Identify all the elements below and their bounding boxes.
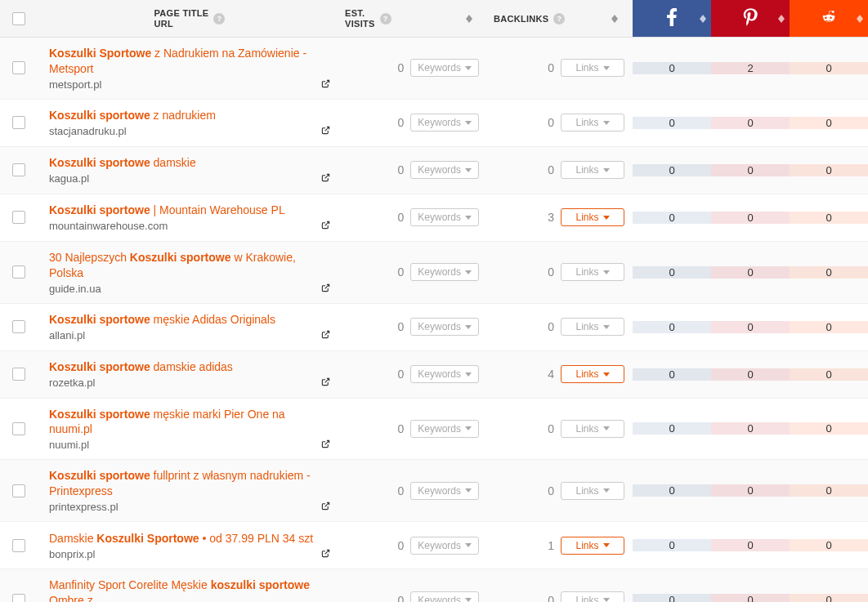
page-title-link[interactable]: Koszulki sportowe męskie Adidas Original… bbox=[49, 312, 330, 328]
header-pinterest[interactable] bbox=[711, 0, 790, 37]
row-checkbox[interactable] bbox=[12, 484, 25, 497]
page-title-link[interactable]: Koszulki sportowe damskie bbox=[49, 155, 330, 171]
facebook-value: 0 bbox=[633, 266, 711, 279]
row-checkbox[interactable] bbox=[12, 594, 25, 602]
keywords-button[interactable]: Keywords bbox=[410, 318, 479, 336]
header-est-visits[interactable]: EST. VISITS ? bbox=[338, 0, 487, 37]
links-button[interactable]: Links bbox=[561, 161, 624, 179]
row-checkbox[interactable] bbox=[12, 422, 25, 435]
links-button[interactable]: Links bbox=[561, 537, 624, 555]
backlinks-cell: 0Links bbox=[487, 161, 633, 179]
keywords-button[interactable]: Keywords bbox=[410, 263, 479, 281]
backlinks-cell: 3Links bbox=[487, 208, 633, 226]
title-highlight: Koszulki sportowe bbox=[49, 156, 150, 169]
sort-arrows-icon[interactable] bbox=[466, 15, 472, 23]
help-icon[interactable]: ? bbox=[213, 13, 225, 25]
links-button[interactable]: Links bbox=[561, 420, 624, 438]
title-post: męskie Adidas Originals bbox=[150, 313, 275, 326]
links-button[interactable]: Links bbox=[561, 591, 624, 602]
select-all-checkbox[interactable] bbox=[12, 12, 25, 25]
reddit-value: 0 bbox=[790, 212, 868, 224]
help-icon[interactable]: ? bbox=[380, 13, 391, 25]
header-page-title[interactable]: PAGE TITLE URL ? bbox=[38, 0, 338, 37]
title-highlight: Koszulki sportowe bbox=[49, 360, 150, 373]
external-link-icon[interactable] bbox=[321, 501, 330, 513]
page-title-link[interactable]: Koszulki sportowe z nadrukiem bbox=[49, 108, 330, 123]
keywords-button[interactable]: Keywords bbox=[410, 114, 479, 132]
links-button[interactable]: Links bbox=[561, 263, 624, 281]
backlinks-value: 0 bbox=[541, 422, 554, 435]
page-title-cell: Koszulki sportowe męskie Adidas Original… bbox=[38, 304, 338, 350]
external-link-icon[interactable] bbox=[321, 548, 330, 560]
external-link-icon[interactable] bbox=[321, 125, 330, 137]
links-button[interactable]: Links bbox=[561, 114, 624, 132]
row-checkbox[interactable] bbox=[12, 116, 25, 129]
header-est-label-1: EST. bbox=[345, 8, 375, 18]
reddit-value: 0 bbox=[790, 62, 868, 74]
page-title-link[interactable]: 30 Najlepszych Koszulki sportowe w Krako… bbox=[49, 250, 330, 281]
links-button[interactable]: Links bbox=[561, 318, 624, 336]
external-link-icon[interactable] bbox=[321, 329, 330, 341]
keywords-button[interactable]: Keywords bbox=[410, 59, 479, 77]
keywords-button[interactable]: Keywords bbox=[410, 161, 479, 179]
page-title-link[interactable]: Manfinity Sport Corelite Męskie koszulki… bbox=[49, 577, 330, 602]
page-title-cell: Koszulki sportowe fullprint z własnym na… bbox=[38, 460, 338, 521]
page-title-link[interactable]: Damskie Koszulki Sportowe • od 37.99 PLN… bbox=[49, 531, 330, 546]
links-button[interactable]: Links bbox=[561, 59, 624, 77]
visits-value: 0 bbox=[391, 484, 404, 497]
visits-value: 0 bbox=[391, 320, 404, 333]
external-link-icon[interactable] bbox=[321, 220, 330, 232]
external-link-icon[interactable] bbox=[321, 172, 330, 185]
pinterest-value: 0 bbox=[711, 594, 790, 602]
links-button[interactable]: Links bbox=[561, 365, 624, 383]
keywords-button[interactable]: Keywords bbox=[410, 482, 479, 500]
links-button[interactable]: Links bbox=[561, 482, 624, 500]
table-header: PAGE TITLE URL ? EST. VISITS ? BACKLINKS… bbox=[0, 0, 868, 38]
url-text: nuumi.pl bbox=[49, 439, 89, 451]
reddit-value: 0 bbox=[790, 164, 868, 176]
page-title-cell: Koszulki Sportowe z Nadrukiem na Zamówie… bbox=[38, 38, 338, 99]
row-checkbox[interactable] bbox=[12, 211, 25, 224]
links-button[interactable]: Links bbox=[561, 208, 624, 226]
sort-arrows-icon[interactable] bbox=[778, 15, 785, 23]
keywords-button[interactable]: Keywords bbox=[410, 420, 479, 438]
keywords-button[interactable]: Keywords bbox=[410, 365, 479, 383]
page-title-link[interactable]: Koszulki sportowe męskie marki Pier One … bbox=[49, 407, 330, 438]
row-checkbox[interactable] bbox=[12, 61, 25, 74]
external-link-icon[interactable] bbox=[321, 377, 330, 389]
title-post: damskie bbox=[150, 156, 196, 169]
help-icon[interactable]: ? bbox=[553, 13, 565, 25]
header-facebook[interactable] bbox=[633, 0, 711, 37]
page-title-link[interactable]: Koszulki Sportowe z Nadrukiem na Zamówie… bbox=[49, 46, 330, 77]
page-title-link[interactable]: Koszulki sportowe damskie adidas bbox=[49, 359, 330, 375]
page-title-link[interactable]: Koszulki sportowe | Mountain Warehouse P… bbox=[49, 203, 330, 218]
sort-arrows-icon[interactable] bbox=[700, 15, 706, 23]
sort-arrows-icon[interactable] bbox=[857, 15, 863, 23]
page-title-link[interactable]: Koszulki sportowe fullprint z własnym na… bbox=[49, 468, 330, 499]
reddit-icon bbox=[820, 9, 838, 28]
external-link-icon[interactable] bbox=[321, 439, 330, 451]
external-link-icon[interactable] bbox=[321, 78, 330, 91]
row-checkbox[interactable] bbox=[12, 539, 25, 552]
backlinks-value: 0 bbox=[541, 484, 554, 497]
keywords-button[interactable]: Keywords bbox=[410, 208, 479, 226]
header-backlinks[interactable]: BACKLINKS ? bbox=[487, 0, 633, 37]
visits-cell: 0Keywords bbox=[338, 263, 487, 281]
row-checkbox[interactable] bbox=[12, 265, 25, 279]
table-row: Koszulki sportowe męskie Adidas Original… bbox=[0, 304, 868, 351]
page-title-cell: Koszulki sportowe męskie marki Pier One … bbox=[38, 399, 338, 460]
row-checkbox[interactable] bbox=[12, 320, 25, 333]
reddit-value: 0 bbox=[790, 422, 868, 435]
facebook-value: 0 bbox=[633, 117, 711, 129]
keywords-button[interactable]: Keywords bbox=[410, 537, 479, 555]
external-link-icon[interactable] bbox=[321, 283, 330, 295]
header-reddit[interactable] bbox=[790, 0, 868, 37]
table-row: Koszulki Sportowe z Nadrukiem na Zamówie… bbox=[0, 38, 868, 100]
backlinks-cell: 0Links bbox=[487, 482, 633, 500]
sort-arrows-icon[interactable] bbox=[611, 15, 618, 23]
visits-cell: 0Keywords bbox=[338, 537, 487, 555]
row-checkbox[interactable] bbox=[12, 368, 25, 381]
row-checkbox[interactable] bbox=[12, 163, 25, 176]
title-highlight: Koszulki Sportowe bbox=[96, 532, 199, 545]
keywords-button[interactable]: Keywords bbox=[410, 591, 479, 602]
